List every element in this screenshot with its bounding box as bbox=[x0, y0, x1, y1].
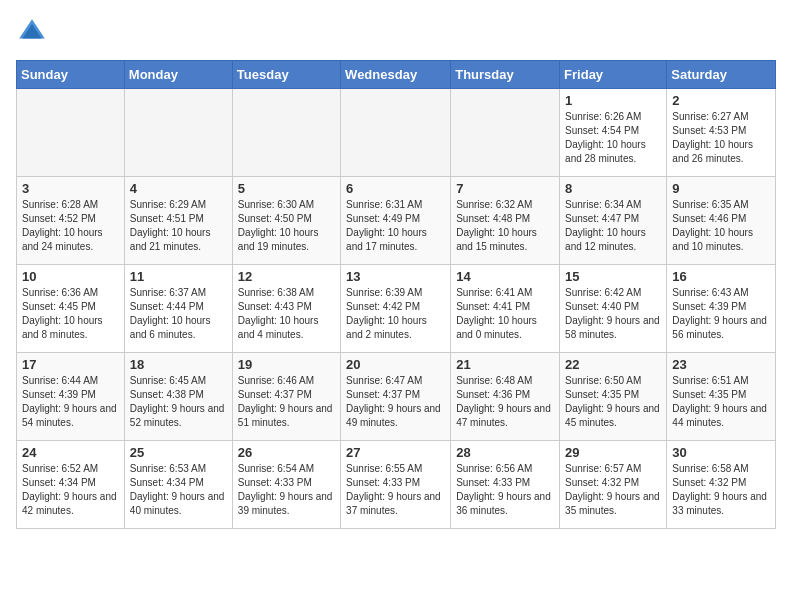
day-number: 10 bbox=[22, 269, 119, 284]
day-info: Sunrise: 6:57 AM Sunset: 4:32 PM Dayligh… bbox=[565, 462, 661, 518]
day-cell: 19Sunrise: 6:46 AM Sunset: 4:37 PM Dayli… bbox=[232, 353, 340, 441]
header-cell-saturday: Saturday bbox=[667, 61, 776, 89]
day-cell: 22Sunrise: 6:50 AM Sunset: 4:35 PM Dayli… bbox=[560, 353, 667, 441]
day-cell: 24Sunrise: 6:52 AM Sunset: 4:34 PM Dayli… bbox=[17, 441, 125, 529]
day-number: 30 bbox=[672, 445, 770, 460]
day-number: 29 bbox=[565, 445, 661, 460]
header-cell-tuesday: Tuesday bbox=[232, 61, 340, 89]
day-info: Sunrise: 6:41 AM Sunset: 4:41 PM Dayligh… bbox=[456, 286, 554, 342]
day-cell: 15Sunrise: 6:42 AM Sunset: 4:40 PM Dayli… bbox=[560, 265, 667, 353]
day-cell: 25Sunrise: 6:53 AM Sunset: 4:34 PM Dayli… bbox=[124, 441, 232, 529]
header-cell-friday: Friday bbox=[560, 61, 667, 89]
day-number: 28 bbox=[456, 445, 554, 460]
day-info: Sunrise: 6:31 AM Sunset: 4:49 PM Dayligh… bbox=[346, 198, 445, 254]
day-cell: 30Sunrise: 6:58 AM Sunset: 4:32 PM Dayli… bbox=[667, 441, 776, 529]
day-number: 9 bbox=[672, 181, 770, 196]
day-info: Sunrise: 6:54 AM Sunset: 4:33 PM Dayligh… bbox=[238, 462, 335, 518]
day-info: Sunrise: 6:43 AM Sunset: 4:39 PM Dayligh… bbox=[672, 286, 770, 342]
day-info: Sunrise: 6:35 AM Sunset: 4:46 PM Dayligh… bbox=[672, 198, 770, 254]
day-number: 23 bbox=[672, 357, 770, 372]
day-number: 22 bbox=[565, 357, 661, 372]
day-number: 25 bbox=[130, 445, 227, 460]
day-cell: 7Sunrise: 6:32 AM Sunset: 4:48 PM Daylig… bbox=[451, 177, 560, 265]
day-info: Sunrise: 6:27 AM Sunset: 4:53 PM Dayligh… bbox=[672, 110, 770, 166]
week-row-4: 24Sunrise: 6:52 AM Sunset: 4:34 PM Dayli… bbox=[17, 441, 776, 529]
day-info: Sunrise: 6:46 AM Sunset: 4:37 PM Dayligh… bbox=[238, 374, 335, 430]
day-cell: 14Sunrise: 6:41 AM Sunset: 4:41 PM Dayli… bbox=[451, 265, 560, 353]
day-number: 20 bbox=[346, 357, 445, 372]
day-number: 11 bbox=[130, 269, 227, 284]
day-cell: 9Sunrise: 6:35 AM Sunset: 4:46 PM Daylig… bbox=[667, 177, 776, 265]
day-info: Sunrise: 6:52 AM Sunset: 4:34 PM Dayligh… bbox=[22, 462, 119, 518]
day-info: Sunrise: 6:56 AM Sunset: 4:33 PM Dayligh… bbox=[456, 462, 554, 518]
day-cell: 10Sunrise: 6:36 AM Sunset: 4:45 PM Dayli… bbox=[17, 265, 125, 353]
week-row-2: 10Sunrise: 6:36 AM Sunset: 4:45 PM Dayli… bbox=[17, 265, 776, 353]
day-number: 24 bbox=[22, 445, 119, 460]
day-number: 27 bbox=[346, 445, 445, 460]
day-info: Sunrise: 6:53 AM Sunset: 4:34 PM Dayligh… bbox=[130, 462, 227, 518]
calendar-table: SundayMondayTuesdayWednesdayThursdayFrid… bbox=[16, 60, 776, 529]
day-cell: 20Sunrise: 6:47 AM Sunset: 4:37 PM Dayli… bbox=[341, 353, 451, 441]
day-info: Sunrise: 6:51 AM Sunset: 4:35 PM Dayligh… bbox=[672, 374, 770, 430]
day-number: 12 bbox=[238, 269, 335, 284]
day-cell: 6Sunrise: 6:31 AM Sunset: 4:49 PM Daylig… bbox=[341, 177, 451, 265]
day-cell: 27Sunrise: 6:55 AM Sunset: 4:33 PM Dayli… bbox=[341, 441, 451, 529]
day-number: 5 bbox=[238, 181, 335, 196]
calendar-body: 1Sunrise: 6:26 AM Sunset: 4:54 PM Daylig… bbox=[17, 89, 776, 529]
header-cell-monday: Monday bbox=[124, 61, 232, 89]
day-cell bbox=[232, 89, 340, 177]
day-cell: 16Sunrise: 6:43 AM Sunset: 4:39 PM Dayli… bbox=[667, 265, 776, 353]
week-row-3: 17Sunrise: 6:44 AM Sunset: 4:39 PM Dayli… bbox=[17, 353, 776, 441]
day-cell: 2Sunrise: 6:27 AM Sunset: 4:53 PM Daylig… bbox=[667, 89, 776, 177]
day-number: 2 bbox=[672, 93, 770, 108]
day-info: Sunrise: 6:28 AM Sunset: 4:52 PM Dayligh… bbox=[22, 198, 119, 254]
header bbox=[16, 16, 776, 48]
day-info: Sunrise: 6:55 AM Sunset: 4:33 PM Dayligh… bbox=[346, 462, 445, 518]
day-info: Sunrise: 6:42 AM Sunset: 4:40 PM Dayligh… bbox=[565, 286, 661, 342]
day-number: 14 bbox=[456, 269, 554, 284]
day-info: Sunrise: 6:38 AM Sunset: 4:43 PM Dayligh… bbox=[238, 286, 335, 342]
day-cell: 23Sunrise: 6:51 AM Sunset: 4:35 PM Dayli… bbox=[667, 353, 776, 441]
day-number: 7 bbox=[456, 181, 554, 196]
header-cell-wednesday: Wednesday bbox=[341, 61, 451, 89]
day-info: Sunrise: 6:48 AM Sunset: 4:36 PM Dayligh… bbox=[456, 374, 554, 430]
day-number: 18 bbox=[130, 357, 227, 372]
day-cell: 12Sunrise: 6:38 AM Sunset: 4:43 PM Dayli… bbox=[232, 265, 340, 353]
header-row: SundayMondayTuesdayWednesdayThursdayFrid… bbox=[17, 61, 776, 89]
day-number: 16 bbox=[672, 269, 770, 284]
day-cell: 28Sunrise: 6:56 AM Sunset: 4:33 PM Dayli… bbox=[451, 441, 560, 529]
day-cell bbox=[17, 89, 125, 177]
day-cell: 1Sunrise: 6:26 AM Sunset: 4:54 PM Daylig… bbox=[560, 89, 667, 177]
day-number: 21 bbox=[456, 357, 554, 372]
day-cell: 26Sunrise: 6:54 AM Sunset: 4:33 PM Dayli… bbox=[232, 441, 340, 529]
day-info: Sunrise: 6:58 AM Sunset: 4:32 PM Dayligh… bbox=[672, 462, 770, 518]
day-number: 3 bbox=[22, 181, 119, 196]
day-cell: 13Sunrise: 6:39 AM Sunset: 4:42 PM Dayli… bbox=[341, 265, 451, 353]
day-info: Sunrise: 6:30 AM Sunset: 4:50 PM Dayligh… bbox=[238, 198, 335, 254]
day-info: Sunrise: 6:29 AM Sunset: 4:51 PM Dayligh… bbox=[130, 198, 227, 254]
header-cell-thursday: Thursday bbox=[451, 61, 560, 89]
day-info: Sunrise: 6:36 AM Sunset: 4:45 PM Dayligh… bbox=[22, 286, 119, 342]
week-row-0: 1Sunrise: 6:26 AM Sunset: 4:54 PM Daylig… bbox=[17, 89, 776, 177]
day-cell: 18Sunrise: 6:45 AM Sunset: 4:38 PM Dayli… bbox=[124, 353, 232, 441]
logo-icon bbox=[16, 16, 48, 48]
day-cell: 8Sunrise: 6:34 AM Sunset: 4:47 PM Daylig… bbox=[560, 177, 667, 265]
day-cell: 3Sunrise: 6:28 AM Sunset: 4:52 PM Daylig… bbox=[17, 177, 125, 265]
day-cell: 5Sunrise: 6:30 AM Sunset: 4:50 PM Daylig… bbox=[232, 177, 340, 265]
day-info: Sunrise: 6:39 AM Sunset: 4:42 PM Dayligh… bbox=[346, 286, 445, 342]
day-number: 26 bbox=[238, 445, 335, 460]
logo bbox=[16, 16, 52, 48]
day-cell bbox=[124, 89, 232, 177]
day-number: 8 bbox=[565, 181, 661, 196]
day-number: 15 bbox=[565, 269, 661, 284]
header-cell-sunday: Sunday bbox=[17, 61, 125, 89]
day-number: 17 bbox=[22, 357, 119, 372]
day-cell bbox=[451, 89, 560, 177]
day-number: 13 bbox=[346, 269, 445, 284]
day-info: Sunrise: 6:32 AM Sunset: 4:48 PM Dayligh… bbox=[456, 198, 554, 254]
day-info: Sunrise: 6:45 AM Sunset: 4:38 PM Dayligh… bbox=[130, 374, 227, 430]
day-cell: 11Sunrise: 6:37 AM Sunset: 4:44 PM Dayli… bbox=[124, 265, 232, 353]
day-info: Sunrise: 6:44 AM Sunset: 4:39 PM Dayligh… bbox=[22, 374, 119, 430]
day-number: 4 bbox=[130, 181, 227, 196]
day-info: Sunrise: 6:26 AM Sunset: 4:54 PM Dayligh… bbox=[565, 110, 661, 166]
